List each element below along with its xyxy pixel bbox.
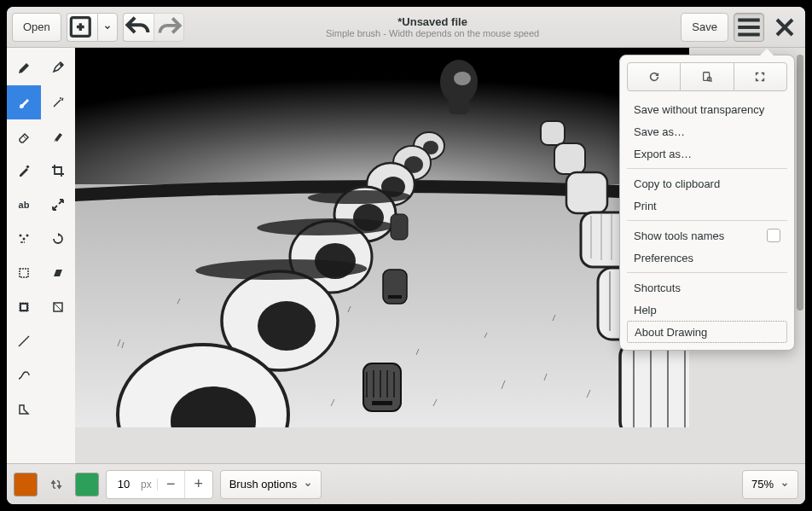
chevron-down-icon — [780, 480, 789, 489]
menu-save-without-transparency[interactable]: Save without transparency — [627, 98, 787, 120]
primary-color-swatch[interactable] — [14, 473, 38, 496]
menu-preferences[interactable]: Preferences — [627, 247, 787, 269]
svg-point-13 — [454, 72, 471, 85]
size-increase-button[interactable]: + — [185, 471, 212, 498]
bottombar: px − + Brush options 75% — [7, 463, 805, 504]
tool-points[interactable] — [7, 222, 41, 256]
svg-point-17 — [393, 146, 431, 180]
tool-pencil[interactable] — [7, 51, 41, 85]
size-input[interactable] — [107, 478, 141, 491]
svg-point-3 — [20, 235, 22, 237]
tool-filter[interactable] — [41, 290, 75, 324]
tool-empty-2 — [41, 358, 75, 392]
zoom-label: 75% — [751, 478, 774, 491]
menu-separator — [627, 272, 787, 273]
fullscreen-icon — [754, 71, 766, 83]
reload-button[interactable] — [627, 62, 681, 91]
window-title: *Unsaved file — [189, 15, 676, 28]
headerbar: Open *Unsaved file Simple brush - Width … — [7, 7, 805, 48]
size-unit: px — [141, 479, 158, 491]
fullscreen-button[interactable] — [734, 62, 787, 91]
marker-icon — [17, 164, 31, 177]
tool-text[interactable]: ab — [7, 188, 41, 222]
tool-brush[interactable] — [7, 85, 41, 119]
tool-skew[interactable] — [41, 256, 75, 290]
svg-rect-34 — [388, 295, 402, 299]
menu-show-tools-names[interactable]: Show tools names — [627, 224, 787, 247]
undo-icon — [124, 12, 154, 42]
properties-button[interactable] — [681, 62, 733, 91]
tool-magic[interactable] — [41, 85, 75, 119]
tool-color-picker[interactable] — [41, 51, 75, 85]
close-icon — [769, 12, 800, 43]
svg-rect-35 — [363, 363, 401, 411]
svg-rect-38 — [554, 143, 585, 174]
hamburger-menu-button[interactable] — [734, 13, 764, 42]
menu-help[interactable]: Help — [627, 299, 787, 321]
svg-point-31 — [188, 259, 375, 280]
svg-point-12 — [440, 60, 478, 104]
svg-point-5 — [23, 238, 26, 241]
tool-line[interactable] — [7, 324, 41, 358]
svg-rect-0 — [71, 18, 90, 37]
svg-point-29 — [302, 190, 415, 204]
reload-icon — [648, 71, 660, 83]
tool-select-free[interactable] — [7, 290, 41, 324]
tool-crop[interactable] — [41, 154, 75, 188]
checkbox[interactable] — [767, 229, 780, 242]
close-window-button[interactable] — [769, 13, 800, 42]
tool-rotate[interactable] — [41, 222, 75, 256]
svg-point-44 — [707, 77, 710, 80]
rotate-icon — [51, 232, 65, 246]
skew-icon — [51, 266, 65, 280]
new-tab-button[interactable] — [67, 13, 97, 42]
svg-point-15 — [414, 132, 444, 160]
tool-eraser[interactable] — [7, 119, 41, 154]
save-button[interactable]: Save — [681, 13, 728, 42]
svg-rect-2 — [26, 165, 29, 168]
menu-copy-clipboard[interactable]: Copy to clipboard — [627, 172, 787, 195]
undo-redo-group — [123, 13, 184, 42]
open-button[interactable]: Open — [12, 13, 61, 42]
scrollbar-thumb[interactable] — [797, 55, 803, 311]
tool-select-rect[interactable] — [7, 256, 41, 290]
svg-point-24 — [315, 243, 356, 279]
menu-about[interactable]: About Drawing — [627, 321, 787, 343]
svg-point-30 — [250, 218, 401, 235]
svg-point-18 — [404, 156, 423, 173]
menu-print[interactable]: Print — [627, 195, 787, 217]
secondary-color-swatch[interactable] — [75, 473, 99, 496]
svg-point-1 — [60, 63, 63, 67]
tool-curve[interactable] — [7, 358, 41, 392]
zoom-combo[interactable]: 75% — [742, 470, 798, 499]
menu-save-as[interactable]: Save as… — [627, 120, 787, 142]
eyedropper-icon — [51, 61, 65, 75]
svg-point-25 — [222, 271, 338, 370]
crop-icon — [51, 164, 65, 177]
select-free-icon — [17, 300, 31, 314]
svg-rect-36 — [372, 401, 392, 405]
svg-rect-42 — [620, 341, 689, 427]
shape-icon — [17, 403, 31, 416]
points-icon — [17, 232, 31, 246]
vertical-scrollbar[interactable] — [795, 55, 805, 370]
page-search-icon — [701, 71, 713, 83]
svg-point-23 — [290, 221, 372, 293]
redo-button[interactable] — [154, 13, 184, 42]
swap-colors-button[interactable] — [44, 470, 68, 499]
brush-options-combo[interactable]: Brush options — [220, 470, 322, 499]
menu-export-as[interactable]: Export as… — [627, 142, 787, 165]
tool-scale[interactable] — [41, 188, 75, 222]
svg-rect-10 — [75, 48, 689, 201]
menu-shortcuts[interactable]: Shortcuts — [627, 276, 787, 299]
tool-marker[interactable] — [7, 154, 41, 188]
undo-button[interactable] — [123, 13, 154, 42]
chevron-down-icon — [103, 23, 112, 32]
size-decrease-button[interactable]: − — [158, 471, 185, 498]
svg-point-4 — [26, 235, 29, 237]
filter-icon — [51, 300, 65, 314]
tool-shape[interactable] — [7, 392, 41, 427]
new-dropdown-button[interactable] — [97, 13, 118, 42]
tool-highlight[interactable] — [41, 119, 75, 154]
popover-button-row — [627, 62, 787, 91]
